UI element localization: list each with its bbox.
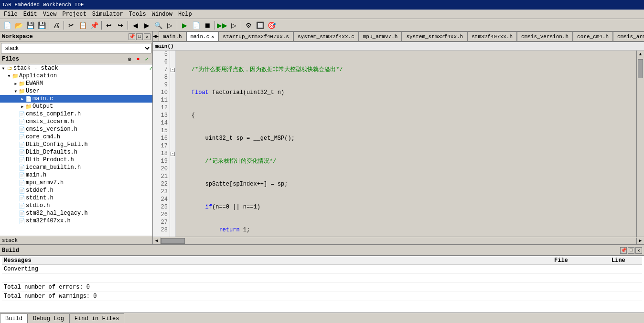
menu-tools[interactable]: Tools [126,10,149,19]
copy-button[interactable]: 📋 [77,20,88,31]
tree-item-stddef[interactable]: ▶ 📄 stddef.h [0,187,152,194]
bottom-tab-build[interactable]: Build [0,313,28,323]
stop-button[interactable]: ⏹ [202,20,213,31]
search-button[interactable]: 🔍 [153,20,163,31]
linenum-17: 17 [153,142,168,150]
cpu-button[interactable]: ⚙ [243,20,254,31]
tree-item-main-h[interactable]: ▶ 📄 main.h [0,171,152,179]
tree-item-mpu-armv7[interactable]: ▶ 📄 mpu_armv7.h [0,179,152,187]
tree-item-dlib-config[interactable]: ▶ 📄 DLib_Config_Full.h [0,141,152,148]
editor-vscroll[interactable]: ▲ [636,51,644,237]
tree-item-user[interactable]: ▼ 📁 User [0,87,152,95]
debug-step-button[interactable]: ▷ [228,20,239,31]
fold-18[interactable]: - [170,150,175,157]
vscroll-thumb[interactable] [638,59,643,78]
save-button[interactable]: 💾 [25,20,35,31]
cut-button[interactable]: ✂ [66,20,76,31]
hscroll-right[interactable]: ▶ [636,238,644,244]
tree-item-application[interactable]: ▼ 📁 Application [0,72,152,80]
build-close-btn[interactable]: ✕ [635,247,642,254]
tab-main-c[interactable]: main.c ✕ [186,31,219,42]
dlib-product-label: DLib_Product.h [26,156,74,163]
fold-7[interactable]: - [170,66,175,73]
build-expand-btn[interactable]: □ [628,247,634,254]
tab-cmsis-armcc[interactable]: cmsis_armcc.h [613,31,644,41]
menu-project[interactable]: Project [59,10,89,19]
tree-item-stack[interactable]: ▼ 🗂 stack - stack ✓ [0,64,152,72]
tree-item-stdint[interactable]: ▶ 📄 stdint.h [0,194,152,202]
tree-item-stm32f407xx[interactable]: ▶ 📄 stm32f407xx.h [0,217,152,225]
menu-view[interactable]: View [40,10,60,19]
code-scroll[interactable]: 5 6 7 8 9 10 11 12 13 14 15 16 17 18 19 … [153,51,644,237]
save-all-button[interactable]: 💾 [36,20,47,31]
tree-item-dlib-defaults[interactable]: ▶ 📄 DLib_Defaults.h [0,148,152,156]
tree-item-cmsis-compiler[interactable]: ▶ 📄 cmsis_compiler.h [0,110,152,118]
goto-button[interactable]: ▷ [164,20,175,31]
compile-button[interactable]: 📄 [191,20,201,31]
paste-button[interactable]: 📌 [89,20,99,31]
vscroll-up[interactable]: ▲ [637,51,644,58]
hscroll-thumb[interactable] [161,238,185,244]
tab-main-c-label: main.c [191,34,210,40]
build-panel-title: Build [2,247,19,254]
cmsis-version-icon: 📄 [18,126,26,133]
nav-back-button[interactable]: ◀ [130,20,140,31]
tab-main-h[interactable]: main.h [159,31,186,41]
make-button[interactable]: ▶ [179,20,190,31]
tab-system-h[interactable]: system_stm32f4xx.h [402,31,467,41]
linenum-10: 10 [153,89,168,96]
open-button[interactable]: 📂 [13,20,24,31]
workspace-dropdown[interactable]: stack [1,43,151,53]
menu-simulator[interactable]: Simulator [89,10,126,19]
bottom-tab-find-in-files[interactable]: Find in Files [69,313,125,323]
code-line-11: if(n==0 || n==1) [178,203,634,211]
debug-button[interactable]: ▶▶ [217,20,227,31]
tab-core-cm4[interactable]: core_cm4.h [573,31,613,41]
tree-item-iccarm-builtin[interactable]: ▶ 📄 iccarm_builtin.h [0,164,152,171]
tree-item-cmsis-version[interactable]: ▶ 📄 cmsis_version.h [0,125,152,133]
tab-stm32[interactable]: stm32f407xx.h [467,31,517,41]
redo-button[interactable]: ↪ [115,20,126,31]
print-button[interactable]: 🖨 [51,20,62,31]
build-pin-btn[interactable]: 📌 [620,247,627,254]
tree-item-stm32-hal[interactable]: ▶ 📄 stm32_hal_legacy.h [0,209,152,217]
tree-item-dlib-product[interactable]: ▶ 📄 DLib_Product.h [0,156,152,164]
tree-item-stdio[interactable]: ▶ 📄 stdio.h [0,202,152,209]
nav-fwd-button[interactable]: ▶ [141,20,152,31]
hscroll-bar[interactable]: ◀ ▶ [153,237,644,244]
menu-file[interactable]: File [1,10,21,19]
tab-main-c-close[interactable]: ✕ [211,34,214,40]
undo-button[interactable]: ↩ [104,20,114,31]
tab-mpu[interactable]: mpu_armv7.h [359,31,402,41]
tree-item-ewarm[interactable]: ▶ 📁 EWARM [0,80,152,87]
workspace-expand-btn[interactable]: □ [136,33,143,40]
bottom-tab-debug-log[interactable]: Debug Log [28,313,69,323]
code-content[interactable]: /*为什么要用浮点数，因为数据非常大整型栈快就会溢出*/ float facto… [176,51,636,237]
target-button[interactable]: 🎯 [266,20,277,31]
tab-mpu-label: mpu_armv7.h [363,34,398,40]
new-button[interactable]: 📄 [2,20,12,31]
files-red-btn[interactable]: ● [134,55,142,63]
linenum-23: 23 [153,188,168,196]
mem-button[interactable]: 🔲 [255,20,265,31]
tree-arrow-mainc: ▶ [20,97,25,101]
tab-cmsis-ver[interactable]: cmsis_version.h [517,31,573,41]
tree-item-core-cm4[interactable]: ▶ 📄 core_cm4.h [0,133,152,141]
linenum-22: 22 [153,180,168,188]
tree-item-cmsis-iccarm[interactable]: ▶ 📄 cmsis_iccarm.h [0,118,152,125]
files-check-btn[interactable]: ✓ [143,55,150,63]
tab-startup[interactable]: startup_stm32f407xx.s [218,31,293,41]
tab-system-c[interactable]: system_stm32f4xx.c [293,31,359,41]
fold-6 [170,58,175,66]
files-settings-btn[interactable]: ⚙ [126,55,133,63]
menu-help[interactable]: Help [175,10,195,19]
dlib-config-icon: 📄 [18,142,26,148]
workspace-pin-btn[interactable]: 📌 [129,33,135,40]
tree-item-mainc[interactable]: ▶ 📄 main.c [0,95,152,103]
workspace-close-btn[interactable]: ✕ [144,33,150,40]
menu-window[interactable]: Window [149,10,175,19]
hscroll-left[interactable]: ◀ [153,238,161,244]
tree-item-output[interactable]: ▶ 📁 Output [0,103,152,110]
menu-edit[interactable]: Edit [21,10,40,19]
file-tree[interactable]: ▼ 🗂 stack - stack ✓ ▼ 📁 Application ▶ 📁 … [0,64,152,236]
